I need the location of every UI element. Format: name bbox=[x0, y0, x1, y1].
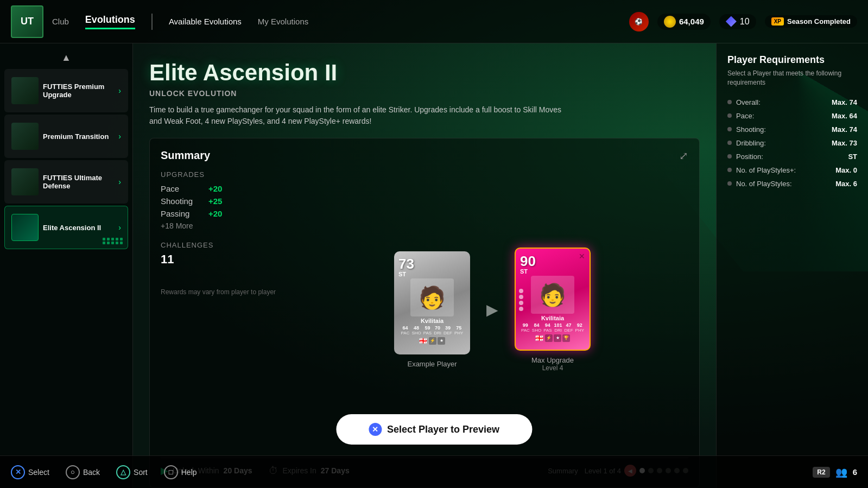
nav-my-evolutions[interactable]: My Evolutions bbox=[258, 17, 308, 26]
card-position: ST bbox=[398, 271, 406, 277]
points-icon bbox=[726, 16, 737, 27]
select-btn-container: ✕ Select Player to Preview bbox=[336, 414, 532, 445]
r2-badge: R2 bbox=[813, 467, 829, 478]
sidebar-thumb bbox=[11, 123, 39, 150]
card-stats: 99PAC 84SHO 94PAS 101DRI 47DEF 92PHY bbox=[521, 322, 584, 333]
sidebar-item-futties-ultimate[interactable]: FUTTIES Ultimate Defense › bbox=[4, 160, 128, 204]
upgrade-val: +20 bbox=[208, 209, 222, 218]
sort-control-label: Sort bbox=[134, 468, 148, 477]
sidebar-scroll-up[interactable]: ▲ bbox=[0, 49, 132, 67]
summary-title: Summary bbox=[161, 149, 688, 162]
card-flags: 🇬🇪 ⚡ ★ 🏆 bbox=[535, 334, 570, 342]
back-control[interactable]: ○ Back bbox=[66, 465, 100, 479]
select-x-icon: ✕ bbox=[369, 423, 382, 436]
rewards-note: Rewards may vary from player to player bbox=[161, 288, 280, 296]
x-button-icon: ✕ bbox=[11, 465, 25, 479]
coin-amount: 64,049 bbox=[679, 17, 704, 26]
example-player-card: 73 ST 🧑 Kvilitaia 64PAC 48SHO 59PAS 70DR… bbox=[394, 251, 470, 354]
card-face: 🧑 bbox=[531, 276, 574, 314]
upgrade-passing: Passing +20 bbox=[161, 209, 280, 218]
bottom-controls: ✕ Select ○ Back △ Sort □ Help R2 👥 6 bbox=[0, 455, 868, 488]
nav-available[interactable]: Available Evolutions bbox=[169, 17, 242, 26]
nav-club[interactable]: Club bbox=[52, 17, 69, 26]
friends-count: 6 bbox=[853, 467, 857, 477]
max-card-label: Max Upgrade bbox=[515, 356, 591, 364]
example-card-label: Example Player bbox=[394, 360, 470, 368]
sidebar-label: FUTTIES Ultimate Defense bbox=[43, 174, 115, 190]
requirements-panel: Player Requirements Select a Player that… bbox=[716, 43, 868, 488]
level-indicators bbox=[519, 289, 523, 311]
sidebar-thumb bbox=[11, 168, 39, 195]
card-name: Kvilitaia bbox=[421, 318, 443, 324]
sidebar-thumb bbox=[11, 77, 39, 104]
sidebar-arrow: › bbox=[118, 86, 121, 95]
select-control-label: Select bbox=[28, 468, 49, 477]
upgrade-stat: Pace bbox=[161, 184, 204, 193]
req-shooting: Shooting: Max. 74 bbox=[727, 125, 857, 134]
req-position-val: ST bbox=[848, 153, 857, 161]
square-button-icon: □ bbox=[164, 465, 178, 479]
season-badge: XP Season Completed bbox=[765, 15, 857, 28]
expand-button[interactable]: ⤢ bbox=[679, 149, 688, 162]
sidebar-label: Elite Ascension II bbox=[43, 224, 115, 232]
club-icon: ⚽ bbox=[629, 12, 649, 31]
req-title: Player Requirements bbox=[727, 54, 857, 66]
friends-icon: 👥 bbox=[835, 466, 847, 478]
challenges-label: Challenges bbox=[161, 241, 280, 249]
summary-left: Upgrades Pace +20 Shooting +25 Passing +… bbox=[161, 170, 280, 449]
req-position: Position: ST bbox=[727, 153, 857, 161]
req-overall-val: Max. 74 bbox=[832, 98, 857, 106]
upgrade-shooting: Shooting +25 bbox=[161, 197, 280, 206]
card-arrow: ▶ bbox=[486, 301, 498, 319]
nav-evolutions[interactable]: Evolutions bbox=[85, 14, 135, 29]
sidebar-item-futties-premium[interactable]: FUTTIES Premium Upgrade › bbox=[4, 69, 128, 112]
upgrades-label: Upgrades bbox=[161, 170, 280, 179]
help-control[interactable]: □ Help bbox=[164, 465, 197, 479]
req-shooting-val: Max. 74 bbox=[832, 125, 857, 134]
ut-logo: UT bbox=[11, 5, 43, 38]
max-card-container: ✕ 90 ST 🧑 Kvilitaia bbox=[515, 248, 591, 372]
upgrade-val: +25 bbox=[208, 197, 222, 206]
max-player-card: ✕ 90 ST 🧑 Kvilitaia bbox=[515, 248, 591, 351]
page-title: Elite Ascension II bbox=[149, 60, 700, 86]
sidebar-label: Premium Transition bbox=[43, 132, 115, 141]
season-completed-text: Season Completed bbox=[787, 17, 851, 26]
points-amount: 10 bbox=[740, 17, 750, 27]
points-display: 10 bbox=[719, 14, 756, 29]
sidebar-dots bbox=[103, 238, 123, 244]
req-playstyles-val: Max. 6 bbox=[835, 180, 857, 188]
sidebar-arrow: › bbox=[118, 178, 121, 186]
sidebar-thumb bbox=[11, 214, 39, 241]
upgrade-stat: Passing bbox=[161, 209, 204, 218]
challenges-count: 11 bbox=[161, 252, 280, 267]
req-overall: Overall: Max. 74 bbox=[727, 98, 857, 106]
req-subtitle: Select a Player that meets the following… bbox=[727, 69, 857, 87]
sidebar-label: FUTTIES Premium Upgrade bbox=[43, 83, 115, 99]
card-rating: 90 bbox=[520, 254, 536, 268]
req-playstyles: No. of PlayStyles: Max. 6 bbox=[727, 180, 857, 188]
select-player-button[interactable]: ✕ Select Player to Preview bbox=[336, 414, 532, 445]
card-flags: 🇬🇪 ⚡ ★ bbox=[419, 337, 445, 345]
upgrade-stat: Shooting bbox=[161, 197, 204, 206]
content-subtitle: Unlock Evolution bbox=[149, 89, 700, 98]
card-rating: 73 bbox=[398, 257, 414, 271]
coin-icon bbox=[664, 16, 676, 28]
back-control-label: Back bbox=[83, 468, 100, 477]
cards-area: 73 ST 🧑 Kvilitaia 64PAC 48SHO 59PAS 70DR… bbox=[296, 170, 688, 449]
sidebar-item-premium-transition[interactable]: Premium Transition › bbox=[4, 115, 128, 158]
req-playstyles-plus-val: Max. 0 bbox=[835, 166, 857, 174]
nav-right: ⚽ 64,049 10 XP Season Completed bbox=[629, 12, 857, 31]
card-close[interactable]: ✕ bbox=[579, 252, 585, 261]
xp-icon: XP bbox=[771, 17, 784, 26]
coins-display: 64,049 bbox=[657, 14, 711, 30]
sidebar-item-elite-ascension[interactable]: Elite Ascension II › bbox=[4, 206, 128, 249]
select-control[interactable]: ✕ Select bbox=[11, 465, 49, 479]
sort-control[interactable]: △ Sort bbox=[116, 465, 148, 479]
top-nav: UT Club Evolutions Available Evolutions … bbox=[0, 0, 868, 43]
select-btn-label: Select Player to Preview bbox=[387, 424, 499, 435]
upgrade-val: +20 bbox=[208, 184, 222, 193]
more-upgrades[interactable]: +18 More bbox=[161, 221, 280, 230]
card-stats: 64PAC 48SHO 59PAS 70DRI 39DEF 75PHY bbox=[401, 325, 464, 335]
sidebar: ▲ FUTTIES Premium Upgrade › Premium Tran… bbox=[0, 43, 133, 488]
upgrade-pace: Pace +20 bbox=[161, 184, 280, 193]
